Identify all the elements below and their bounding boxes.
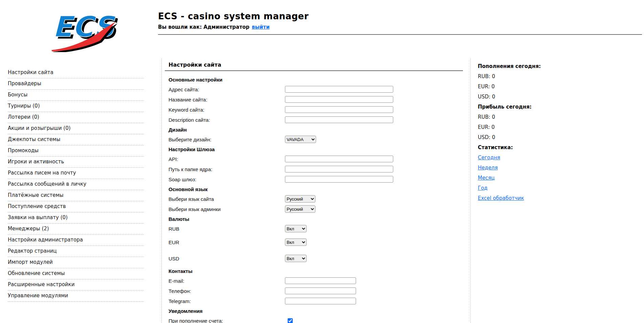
stats-link-month[interactable]: Месяц [478,175,495,181]
language-section-row: Основной язык [169,184,464,194]
notifications-section-row: Уведомления [169,306,464,316]
eur-label: EUR [169,239,285,245]
stats-link-excel-row: Excel обработчик [478,193,634,203]
eur-select[interactable]: Вкл [285,238,307,246]
language-section-label: Основной язык [169,186,285,192]
currencies-section-row: Валюты [169,214,464,224]
sidebar-item[interactable]: Рассылка сообщений в личку [8,179,144,190]
email-label: E-mail: [169,278,285,284]
sidebar-item[interactable]: Рассылка писем на почту [8,168,144,179]
site-address-row: Адрес сайта: [169,84,464,94]
api-label: API: [169,156,285,162]
main-content: Настройки сайта Основные настройкиАдрес … [169,62,464,323]
core-path-input[interactable] [285,166,393,172]
stats-link-excel[interactable]: Excel обработчик [478,195,524,201]
soap-gateway-label: Soap шлюз: [169,177,285,182]
stats-link-year[interactable]: Год [478,185,488,191]
gateway-section-label: Настройки Шлюза [169,146,285,152]
site-name-input[interactable] [285,96,393,103]
stats-link-today[interactable]: Сегодня [478,155,500,161]
design-section-row: Дизайн [169,125,464,134]
sidebar-item[interactable]: Лотереи (0) [8,112,144,123]
eur-row: EURВкл [169,237,464,247]
sidebar-item[interactable]: Поступление средств [8,201,144,212]
stats-link-year-row: Год [478,183,634,193]
site-description-input[interactable] [285,116,393,123]
left-column-divider [161,59,162,323]
email-input[interactable] [285,277,356,284]
page: ECS ECS ECS - casino system manager Вы в… [0,0,644,323]
sidebar-item[interactable]: Промокоды [8,145,144,157]
logout-link[interactable]: выйти [252,24,270,30]
sidebar-item[interactable]: Расширенные настройки [8,279,144,291]
telegram-input[interactable] [285,298,356,304]
sidebar-item[interactable]: Турниры (0) [8,101,144,112]
admin-language-select[interactable]: Русский [285,205,315,213]
phone-label: Телефон: [169,288,285,294]
header-divider [158,34,642,35]
rub-row: RUBВкл [169,224,464,234]
right-column-divider [470,59,471,323]
site-address-label: Адрес сайта: [169,87,285,92]
phone-input[interactable] [285,287,356,294]
design-section-label: Дизайн [169,127,285,133]
design-select[interactable]: VAVADA [285,136,316,143]
sidebar-item[interactable]: Редактор страниц [8,246,144,257]
site-keyword-label: Keyword сайта: [169,107,285,113]
stats-panel: Пополнения сегодня:RUB: 0EUR: 0USD: 0При… [478,61,634,203]
sidebar-item[interactable]: Бонусы [8,90,144,101]
sidebar-item[interactable]: Платёжные системы [8,190,144,201]
deposit-notification-row: При пополнение счета: [169,316,464,323]
sidebar-item[interactable]: Джекпоты системы [8,134,144,145]
sidebar-item[interactable]: Обновление системы [8,268,144,279]
profit-today-title: Прибыль сегодня: [478,102,634,112]
site-description-row: Description сайта: [169,115,464,125]
core-path-label: Путь к папке ядра: [169,166,285,172]
core-path-row: Путь к папке ядра: [169,164,464,174]
site-keyword-input[interactable] [285,106,393,113]
telegram-label: Telegram: [169,298,285,304]
app-title: ECS - casino system manager [158,11,309,21]
usd-select[interactable]: Вкл [285,255,307,262]
notifications-section-label: Уведомления [169,308,285,314]
profit-usd: USD: 0 [478,132,634,142]
deposits-today-title: Пополнения сегодня: [478,61,634,71]
sidebar-item[interactable]: Настройки сайта [8,67,144,78]
sidebar-item[interactable]: Управление модулями [8,291,144,302]
usd-row: USDВкл [169,253,464,263]
stats-link-week-row: Неделя [478,163,634,173]
general-settings-section-row: Основные настройки [169,75,464,84]
general-settings-section-label: Основные настройки [169,77,285,83]
rub-select[interactable]: Вкл [285,225,307,232]
ecs-logo: ECS ECS [47,5,118,52]
title-divider [165,70,463,71]
sidebar-item[interactable]: Заявки на выплату (0) [8,212,144,224]
currencies-section-label: Валюты [169,216,285,222]
sidebar-item[interactable]: Настройки администратора [8,235,144,246]
deposit-notification-label: При пополнение счета: [169,318,285,323]
sidebar-item[interactable]: Менеджеры (2) [8,224,144,235]
admin-language-row: Выбери язык админкиРусский [169,204,464,214]
design-row: Выберите дизайн:VAVADA [169,134,464,144]
api-input[interactable] [285,156,393,162]
site-address-input[interactable] [285,86,393,93]
profit-rub: RUB: 0 [478,112,634,122]
site-language-select[interactable]: Русский [285,195,315,203]
soap-gateway-row: Soap шлюз: [169,174,464,184]
stats-link-week[interactable]: Неделя [478,165,498,171]
sidebar-item[interactable]: Акции и розыгрыши (0) [8,123,144,134]
profit-eur: EUR: 0 [478,122,634,132]
site-language-row: Выбери язык сайтаРусский [169,194,464,204]
login-status-text: Вы вошли как: Администратор [158,24,249,30]
usd-label: USD [169,256,285,261]
ecs-logo-text: ECS [53,10,116,43]
sidebar-item[interactable]: Игроки и активность [8,157,144,168]
sidebar-item[interactable]: Провайдеры [8,78,144,90]
site-name-row: Название сайта: [169,94,464,105]
deposits-usd: USD: 0 [478,92,634,102]
site-keyword-row: Keyword сайта: [169,105,464,115]
sidebar-item[interactable]: Импорт модулей [8,257,144,268]
telegram-row: Telegram: [169,296,464,306]
deposit-notification-checkbox[interactable] [288,318,293,323]
soap-gateway-input[interactable] [285,176,393,183]
